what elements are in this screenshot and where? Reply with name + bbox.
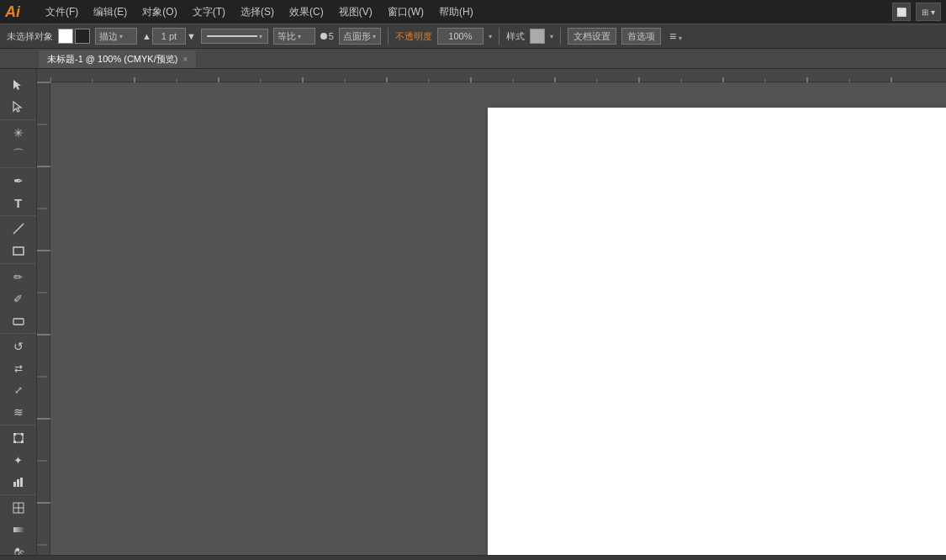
svg-rect-7 [21, 441, 24, 443]
fill-swatch[interactable] [58, 29, 73, 44]
stroke-swatch[interactable] [75, 29, 90, 44]
svg-rect-2 [13, 319, 24, 325]
menu-edit[interactable]: 编辑(E) [87, 3, 134, 21]
svg-rect-10 [20, 478, 23, 487]
mesh-tool[interactable] [3, 497, 34, 519]
style-arrow: ▾ [550, 33, 553, 40]
warp-tool[interactable]: ≋ [3, 401, 34, 423]
lasso-tool[interactable]: ⌒ [3, 144, 34, 166]
ruler-horizontal [37, 69, 946, 82]
paintbrush-tool[interactable]: ✏ [3, 266, 34, 288]
title-bar: Ai 文件(F) 编辑(E) 对象(O) 文字(T) 选择(S) 效果(C) 视… [0, 0, 946, 24]
stroke-type-dropdown[interactable]: 等比 ▾ [273, 28, 315, 45]
menu-file[interactable]: 文件(F) [39, 3, 85, 21]
bottom-bar [0, 555, 946, 560]
menu-help[interactable]: 帮助(H) [432, 3, 480, 21]
eraser-tool[interactable] [3, 309, 34, 331]
style-swatch[interactable] [530, 29, 545, 44]
tool-group-misc: ✦ [0, 425, 36, 495]
tool-group-draw: ✏ ✐ [0, 264, 36, 334]
symbol-tool[interactable]: ✦ [3, 449, 34, 471]
stroke-weight-control: ▲ 1 pt ▼ [142, 28, 196, 45]
stroke-line [207, 35, 257, 37]
no-selection-label: 未选择对象 [7, 30, 53, 43]
document-tab[interactable]: 未标题-1 @ 100% (CMYK/预览) × [38, 50, 197, 68]
dot-count: 5 [329, 31, 334, 41]
selection-tool[interactable] [3, 74, 34, 96]
separator1 [388, 28, 388, 45]
toolbar: ✳ ⌒ ✒ T ✏ [0, 69, 37, 555]
separator3 [560, 28, 561, 45]
tab-close-btn[interactable]: × [182, 55, 188, 64]
ai-logo: Ai [5, 3, 30, 21]
svg-rect-14 [13, 527, 24, 532]
pen-tool[interactable]: ✒ [3, 170, 34, 192]
dropdown-arrow2: ▾ [298, 33, 301, 40]
style-label: 样式 [506, 30, 525, 43]
workspace-switcher[interactable]: ⊞ ▾ [916, 3, 941, 21]
menu-object[interactable]: 对象(O) [135, 3, 183, 21]
magic-wand-tool[interactable]: ✳ [3, 122, 34, 144]
artboard [488, 108, 946, 555]
scale-tool[interactable]: ⤢ [3, 379, 34, 401]
svg-line-0 [13, 224, 24, 234]
tool-group-color: ⚗ ⊗ [0, 495, 36, 555]
rect-tool[interactable] [3, 240, 34, 262]
tool-group-shapes [0, 216, 36, 264]
fill-controls [58, 29, 90, 44]
line-tool[interactable] [3, 218, 34, 240]
svg-rect-6 [13, 441, 16, 443]
svg-rect-8 [13, 482, 16, 487]
svg-rect-4 [13, 433, 16, 436]
tool-group-wand: ✳ ⌒ [0, 120, 36, 168]
direct-selection-tool[interactable] [3, 96, 34, 118]
rotate-tool[interactable]: ↺ [3, 335, 34, 357]
ruler-h-marks [50, 69, 946, 82]
tab-label: 未标题-1 @ 100% (CMYK/预览) [47, 53, 177, 66]
tool-group-selection [0, 72, 36, 120]
canvas-with-ruler: ⚡ 极光下载站 www.xz7.com [37, 82, 946, 555]
dot-icon [320, 33, 327, 40]
mirror-tool[interactable]: ⇄ [3, 357, 34, 379]
eyedropper-tool[interactable]: ⚗ [3, 541, 34, 555]
preferences-btn[interactable]: 首选项 [621, 28, 661, 45]
svg-rect-1 [13, 247, 24, 255]
menu-view[interactable]: 视图(V) [332, 3, 379, 21]
opacity-input[interactable]: 100% [437, 28, 484, 45]
dropdown-arrow3: ▾ [373, 33, 376, 40]
search-icon[interactable]: ⬜ [892, 3, 911, 21]
canvas-area[interactable]: ⚡ 极光下载站 www.xz7.com [50, 82, 946, 555]
menu-bar: 文件(F) 编辑(E) 对象(O) 文字(T) 选择(S) 效果(C) 视图(V… [39, 3, 480, 21]
svg-rect-9 [17, 479, 19, 487]
main-area: ✳ ⌒ ✒ T ✏ [0, 69, 946, 555]
dropdown-arrow: ▾ [119, 33, 123, 40]
options-bar: 未选择对象 描边 ▾ ▲ 1 pt ▼ ▾ 等比 ▾ 5 点圆形 ▾ 不透明度 … [0, 24, 946, 49]
menu-select[interactable]: 选择(S) [234, 3, 281, 21]
type-tool[interactable]: T [3, 192, 34, 214]
stroke-preview[interactable]: ▾ [201, 29, 268, 44]
separator2 [499, 28, 499, 45]
tool-group-transform: ↺ ⇄ ⤢ ≋ [0, 334, 36, 425]
tool-group-pen: ✒ T [0, 168, 36, 216]
menu-effect[interactable]: 效果(C) [283, 3, 330, 21]
ruler-vertical [37, 82, 50, 555]
stroke-weight-input[interactable]: 1 pt [152, 28, 186, 45]
menu-text[interactable]: 文字(T) [186, 3, 232, 21]
gradient-tool[interactable] [3, 519, 34, 541]
column-graph-tool[interactable] [3, 471, 34, 493]
opacity-label: 不透明度 [395, 30, 432, 43]
dot-shape-control: 5 [320, 31, 334, 41]
tab-bar: 未标题-1 @ 100% (CMYK/预览) × [0, 49, 946, 69]
svg-rect-5 [21, 433, 24, 436]
free-transform-tool[interactable] [3, 427, 34, 449]
stroke-style-dropdown[interactable]: 描边 ▾ [95, 28, 137, 45]
shape-dropdown[interactable]: 点圆形 ▾ [339, 28, 381, 45]
pencil-tool[interactable]: ✐ [3, 288, 34, 309]
doc-settings-btn[interactable]: 文档设置 [568, 28, 616, 45]
opacity-arrow: ▾ [489, 33, 492, 40]
workspace: ⚡ 极光下载站 www.xz7.com [37, 69, 946, 555]
title-bar-right: ⬜ ⊞ ▾ [892, 3, 941, 21]
menu-window[interactable]: 窗口(W) [381, 3, 431, 21]
options-extra[interactable]: ≡ ▾ [669, 29, 683, 43]
